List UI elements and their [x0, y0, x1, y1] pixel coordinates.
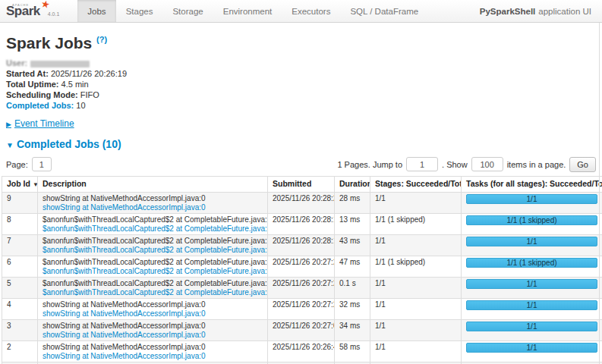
job-description-text: showString at NativeMethodAccessorImpl.j…	[43, 194, 263, 203]
job-description-text: $anonfun$withThreadLocalCaptured$2 at Co…	[43, 279, 263, 288]
job-id-cell: 4	[2, 299, 38, 320]
jump-to-input[interactable]	[406, 157, 438, 171]
job-id-cell: 5	[2, 278, 38, 299]
header-stages[interactable]: Stages: Succeeded/Total	[370, 176, 462, 193]
job-duration-cell: 47 ms	[335, 256, 370, 278]
job-detail-link[interactable]: $anonfun$withThreadLocalCaptured$2 at Co…	[43, 267, 263, 276]
job-description-cell: showString at NativeMethodAccessorImpl.j…	[38, 341, 268, 362]
items-text: items in a page.	[507, 160, 566, 169]
tasks-progress-label: 1/1	[527, 195, 537, 203]
nav-tab-jobs[interactable]: Jobs	[77, 0, 115, 22]
go-button[interactable]: Go	[569, 157, 596, 172]
job-detail-link[interactable]: showString at NativeMethodAccessorImpl.j…	[43, 309, 263, 318]
job-duration-cell: 34 ms	[335, 320, 370, 341]
job-duration-cell: 13 ms	[335, 214, 370, 235]
header-description[interactable]: Description	[38, 176, 268, 193]
job-detail-link[interactable]: showString at NativeMethodAccessorImpl.j…	[43, 331, 263, 340]
job-duration-cell: 0.1 s	[335, 278, 370, 299]
completed-jobs-table: Job Id▼ Description Submitted Duration S…	[2, 176, 602, 364]
job-duration-cell: 32 ms	[335, 299, 370, 320]
header-job-id[interactable]: Job Id▼	[2, 176, 38, 193]
job-description-cell: $anonfun$withThreadLocalCaptured$2 at Co…	[38, 256, 268, 278]
table-row: 3 showString at NativeMethodAccessorImpl…	[2, 320, 602, 341]
job-stages-cell: 1/1	[370, 278, 462, 299]
spark-logo[interactable]: APACHE Spark ★ 4.0.1	[0, 0, 67, 22]
job-id-cell: 7	[2, 235, 38, 256]
page-number-input[interactable]	[32, 157, 52, 171]
job-tasks-cell: 1/1	[462, 193, 602, 214]
job-description-cell: showString at NativeMethodAccessorImpl.j…	[38, 320, 268, 341]
show-text: . Show	[442, 160, 468, 169]
app-suffix: application UI	[538, 7, 591, 16]
job-detail-link[interactable]: $anonfun$withThreadLocalCaptured$2 at Co…	[43, 224, 263, 234]
job-id-cell: 9	[2, 193, 38, 214]
header-duration[interactable]: Duration	[335, 176, 370, 193]
job-submitted-cell: 2025/11/26 20:27:20	[268, 299, 335, 320]
sort-desc-icon: ▼	[33, 181, 38, 188]
job-duration-cell: 28 ms	[335, 193, 370, 214]
started-at-row: Started At: 2025/11/26 20:26:19	[6, 69, 596, 80]
job-detail-link[interactable]: $anonfun$withThreadLocalCaptured$2 at Co…	[43, 246, 263, 255]
table-row: 8 $anonfun$withThreadLocalCaptured$2 at …	[2, 214, 602, 235]
tasks-progress-bar: 1/1	[466, 194, 597, 204]
completed-jobs-link[interactable]: Completed Jobs:	[6, 101, 74, 110]
job-detail-link[interactable]: showString at NativeMethodAccessorImpl.j…	[43, 352, 263, 361]
job-tasks-cell: 1/1 (1 skipped)	[462, 256, 602, 278]
tasks-progress-bar: 1/1	[466, 343, 597, 353]
uptime-row: Total Uptime: 4.5 min	[6, 80, 596, 90]
job-duration-cell: 58 ms	[335, 341, 370, 362]
nav-tab-stages[interactable]: Stages	[116, 0, 163, 22]
job-submitted-cell: 2025/11/26 20:27:29	[268, 278, 335, 299]
job-stages-cell: 1/1 (1 skipped)	[370, 214, 462, 235]
job-submitted-cell: 2025/11/26 20:28:12	[268, 214, 335, 235]
completed-jobs-row: Completed Jobs: 10	[6, 101, 596, 111]
job-description-cell: showString at NativeMethodAccessorImpl.j…	[38, 193, 268, 214]
tasks-progress-label: 1/1 (1 skipped)	[506, 259, 556, 267]
tasks-progress-bar: 1/1	[466, 322, 597, 331]
job-tasks-cell: 1/1	[462, 299, 602, 320]
job-detail-link[interactable]: $anonfun$withThreadLocalCaptured$2 at Co…	[43, 288, 263, 297]
app-summary: User: Started At: 2025/11/26 20:26:19 To…	[6, 58, 596, 111]
nav-tabs: JobsStagesStorageEnvironmentExecutorsSQL…	[77, 0, 428, 22]
nav-tab-executors[interactable]: Executors	[282, 0, 340, 22]
job-duration-cell: 43 ms	[335, 235, 370, 256]
nav-tab-sql-dataframe[interactable]: SQL / DataFrame	[340, 0, 428, 22]
completed-jobs-section-toggle[interactable]: ▼Completed Jobs (10)	[6, 138, 596, 150]
job-tasks-cell: 1/1 (1 skipped)	[462, 214, 602, 235]
tasks-progress-label: 1/1	[527, 280, 537, 288]
job-id-cell: 3	[2, 320, 38, 341]
table-row: 2 showString at NativeMethodAccessorImpl…	[2, 341, 602, 362]
spark-star-icon: ★	[39, 0, 50, 10]
job-stages-cell: 1/1	[370, 320, 462, 341]
tasks-progress-label: 1/1 (1 skipped)	[506, 216, 556, 224]
uptime-value: 4.5 min	[61, 80, 89, 89]
tasks-progress-bar: 1/1	[466, 237, 597, 246]
job-detail-link[interactable]: showString at NativeMethodAccessorImpl.j…	[43, 203, 263, 212]
tasks-progress-bar: 1/1 (1 skipped)	[466, 215, 597, 225]
event-timeline-toggle[interactable]: ▶Event Timeline	[6, 118, 596, 129]
completed-jobs-value: 10	[76, 101, 85, 110]
header-tasks[interactable]: Tasks (for all stages): Succeeded/Total	[462, 176, 602, 193]
nav-tab-storage[interactable]: Storage	[162, 0, 213, 22]
app-name: PySparkShell	[480, 7, 536, 16]
nav-tab-environment[interactable]: Environment	[213, 0, 282, 22]
job-id-cell: 6	[2, 256, 38, 278]
apache-label: APACHE	[12, 3, 29, 7]
page-title: Spark Jobs (?)	[6, 30, 596, 52]
pages-count-text: 1 Pages. Jump to	[337, 160, 402, 169]
job-tasks-cell: 1/1	[462, 278, 602, 299]
header-submitted[interactable]: Submitted	[268, 176, 335, 193]
table-row: 5 $anonfun$withThreadLocalCaptured$2 at …	[2, 278, 602, 299]
table-row: 4 showString at NativeMethodAccessorImpl…	[2, 299, 602, 320]
help-link[interactable]: (?)	[96, 35, 107, 44]
job-description-cell: $anonfun$withThreadLocalCaptured$2 at Co…	[38, 235, 268, 256]
scheduling-row: Scheduling Mode: FIFO	[6, 90, 596, 101]
job-stages-cell: 1/1	[370, 193, 462, 214]
user-row: User:	[6, 58, 596, 69]
table-header-row: Job Id▼ Description Submitted Duration S…	[2, 176, 602, 193]
items-per-page-input[interactable]	[471, 157, 503, 171]
job-description-text: $anonfun$withThreadLocalCaptured$2 at Co…	[43, 215, 263, 224]
collapse-down-icon: ▼	[6, 141, 14, 149]
job-id-cell: 8	[2, 214, 38, 235]
job-description-text: showString at NativeMethodAccessorImpl.j…	[43, 343, 263, 352]
